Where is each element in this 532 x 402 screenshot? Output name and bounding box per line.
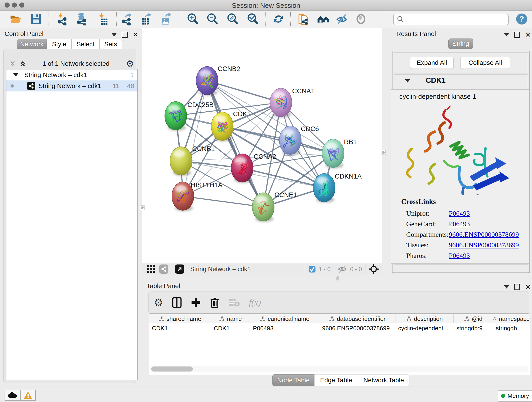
close-panel-icon[interactable]: ✕ <box>525 284 531 289</box>
column-header-namespace[interactable]: namespace <box>493 314 530 323</box>
column-header-description[interactable]: description <box>395 314 454 323</box>
close-panel-icon[interactable]: ✕ <box>525 32 531 37</box>
float-panel-icon[interactable] <box>514 32 520 38</box>
table-cell[interactable]: cyclin-dependent ... <box>395 323 454 333</box>
crosslink-link[interactable]: P06493 <box>449 220 470 228</box>
first-neighbors-button[interactable] <box>317 12 330 26</box>
table-cell[interactable]: CDK1 <box>211 323 250 333</box>
save-session-button[interactable] <box>29 12 43 26</box>
birdseye-crosshair-icon[interactable] <box>369 264 379 274</box>
crosslink-link[interactable]: P06493 <box>449 252 470 259</box>
cloud-status-button[interactable] <box>5 390 20 401</box>
tab-sets[interactable]: Sets <box>99 39 122 50</box>
network-node-ccna1[interactable] <box>270 88 292 118</box>
table-cell[interactable]: 9606.ENSP00000378699 <box>319 323 395 333</box>
network-options-gear-icon[interactable]: ⚙ <box>126 58 134 69</box>
collapse-all-chevrons-icon[interactable] <box>9 60 16 67</box>
bottom-splitter-handle[interactable] <box>336 276 339 281</box>
grid-view-icon[interactable] <box>146 264 156 274</box>
tab-select[interactable]: Select <box>71 39 99 50</box>
export-image-button[interactable] <box>159 12 173 26</box>
zoom-fit-button[interactable] <box>226 12 239 26</box>
scrollbar-thumb[interactable] <box>151 366 193 371</box>
zoom-out-button[interactable] <box>206 12 219 26</box>
column-header-shared-name[interactable]: shared name <box>149 314 211 323</box>
zoom-selected-button[interactable] <box>246 12 259 26</box>
collapse-all-button[interactable]: Collapse All <box>461 57 510 69</box>
tab-node-table[interactable]: Node Table <box>272 374 314 386</box>
network-overview-icon[interactable] <box>159 264 168 274</box>
selected-checkbox-icon[interactable] <box>308 265 316 273</box>
export-network-button[interactable] <box>120 12 133 26</box>
hide-graphics-details-button[interactable] <box>354 12 367 26</box>
table-horizontal-scrollbar[interactable] <box>150 366 528 372</box>
open-session-button[interactable] <box>9 12 22 26</box>
network-edge-hist1h1a-ccne1[interactable] <box>183 196 263 207</box>
collapse-panel-icon[interactable] <box>112 33 117 36</box>
import-network-file-button[interactable] <box>56 12 69 26</box>
crosslink-link[interactable]: 9606.ENSP00000378699 <box>449 230 519 238</box>
zoom-in-button[interactable] <box>186 12 199 26</box>
expand-all-chevrons-icon[interactable] <box>19 60 26 67</box>
network-node-cdc6[interactable] <box>279 126 301 155</box>
close-panel-icon[interactable]: ✕ <box>133 32 138 37</box>
function-builder-icon[interactable]: f(x) <box>249 298 261 307</box>
warnings-button[interactable] <box>20 390 36 401</box>
column-header-canonical-name[interactable]: canonical name <box>250 314 319 323</box>
delete-column-icon[interactable] <box>210 297 220 308</box>
table-cell[interactable]: CDK1 <box>149 323 211 333</box>
add-column-icon[interactable] <box>191 297 201 308</box>
crosslinks-heading: CrossLinks <box>391 196 529 208</box>
right-splitter-handle[interactable] <box>381 150 386 155</box>
import-network-icon <box>56 13 69 26</box>
column-header-name[interactable]: name <box>211 314 250 323</box>
export-table-button[interactable] <box>140 12 153 26</box>
tree-expand-icon[interactable] <box>13 73 18 77</box>
network-edge-ccnb2-hist1h1a[interactable] <box>183 81 207 196</box>
network-node-cdkn1a[interactable] <box>313 173 335 203</box>
crosslink-link[interactable]: 9606.ENSP00000378699 <box>449 241 519 249</box>
collapse-panel-icon[interactable] <box>504 285 509 288</box>
network-node-cdc25b[interactable] <box>165 102 187 131</box>
network-node-cdk1[interactable] <box>211 112 233 141</box>
table-cell[interactable]: P06493 <box>250 323 319 333</box>
help-button[interactable]: ? <box>515 12 528 26</box>
table-row[interactable]: CDK1CDK1P064939606.ENSP00000378699cyclin… <box>149 323 530 333</box>
network-node-ccnb2[interactable] <box>196 66 218 96</box>
import-network-database-button[interactable] <box>75 12 88 26</box>
network-node-ccna2[interactable] <box>231 154 253 183</box>
memory-button[interactable]: Memory <box>498 390 532 402</box>
show-graphics-details-button[interactable] <box>336 12 349 26</box>
expand-all-button[interactable]: Expand All <box>410 57 454 69</box>
column-header-@id[interactable]: @id <box>454 314 493 323</box>
network-node-rb1[interactable] <box>322 139 344 168</box>
tab-network-table[interactable]: Network Table <box>358 374 409 386</box>
table-cell[interactable]: stringdb:9... <box>454 323 493 333</box>
search-input[interactable] <box>405 15 508 24</box>
tab-network[interactable]: Network <box>17 39 47 50</box>
apply-layout-button[interactable] <box>272 12 285 26</box>
network-row[interactable]: String Network – cdk1 11 48 <box>6 80 138 91</box>
network-from-selection-button[interactable] <box>297 12 310 26</box>
crosslink-link[interactable]: P06493 <box>449 210 470 217</box>
tab-edge-table[interactable]: Edge Table <box>314 374 358 386</box>
float-panel-icon[interactable] <box>122 32 128 38</box>
hidden-eye-slash-icon[interactable] <box>337 265 347 273</box>
results-tab-string[interactable]: String <box>448 38 473 49</box>
column-header-database-identifier[interactable]: database identifier <box>319 314 395 323</box>
open-in-new-window-icon[interactable] <box>175 264 184 274</box>
show-columns-icon[interactable] <box>172 297 182 308</box>
float-panel-icon[interactable] <box>514 284 520 290</box>
network-node-ccne1[interactable] <box>252 193 274 222</box>
collapse-panel-icon[interactable] <box>504 33 509 36</box>
network-node-ccnb1[interactable] <box>170 147 192 176</box>
network-edge-ccnb2-ccna1[interactable] <box>207 81 281 102</box>
tab-style[interactable]: Style <box>47 39 71 50</box>
network-view-canvas[interactable]: CCNB2CCNA1CDC25BCDK1CDC6RB1CCNB1CCNA2CDK… <box>142 28 382 263</box>
gene-collapse-caret[interactable] <box>405 79 410 83</box>
left-splitter-handle[interactable] <box>140 205 145 210</box>
table-cell[interactable]: stringdb <box>493 323 530 333</box>
table-options-gear-icon[interactable]: ⚙ <box>154 296 163 309</box>
import-table-file-button[interactable] <box>96 12 109 26</box>
network-collection-row[interactable]: String Network – cdk1 1 <box>6 70 138 80</box>
